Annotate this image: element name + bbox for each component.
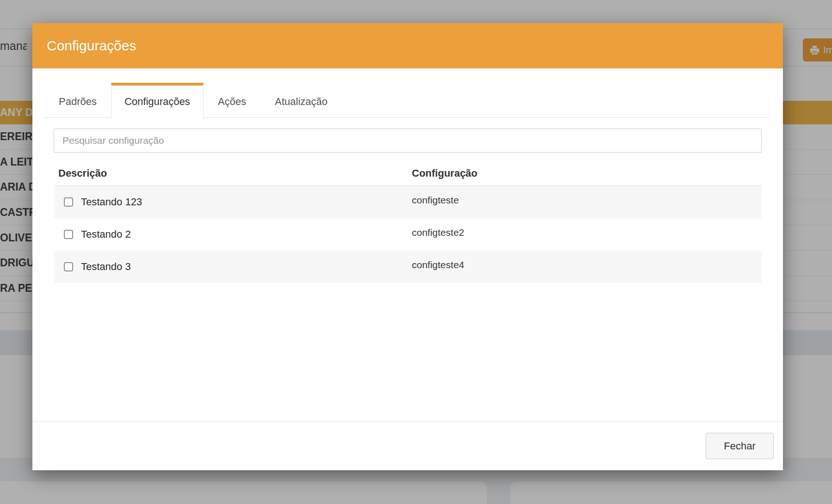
search-input[interactable]: [54, 129, 762, 153]
row-description: Testando 2: [81, 228, 131, 240]
tab-padroes[interactable]: Padrões: [44, 83, 111, 117]
table-row[interactable]: Testando 2 configteste2: [54, 218, 762, 251]
description-cell: Testando 2: [54, 228, 412, 240]
row-config-value: configteste: [412, 195, 762, 206]
row-description: Testando 3: [81, 261, 131, 273]
description-cell: Testando 123: [54, 196, 412, 208]
table-row[interactable]: Testando 3 configteste4: [54, 251, 762, 283]
modal-footer: Fechar: [32, 421, 783, 470]
config-table: Descrição Configuração Testando 123 conf…: [54, 161, 762, 283]
row-checkbox[interactable]: [64, 262, 73, 271]
config-table-header: Descrição Configuração: [54, 161, 762, 186]
tab-configuracoes[interactable]: Configurações: [111, 83, 204, 118]
description-cell: Testando 3: [54, 261, 412, 273]
close-button[interactable]: Fechar: [706, 433, 774, 459]
column-header-configuracao: Configuração: [412, 167, 762, 179]
search-wrapper: [54, 129, 762, 153]
row-config-value: configteste4: [412, 259, 762, 270]
tab-acoes[interactable]: Ações: [204, 83, 261, 117]
row-description: Testando 123: [81, 196, 142, 208]
row-config-value: configteste2: [412, 227, 762, 238]
modal-tab-bar: Padrões Configurações Ações Atualização: [44, 83, 769, 118]
column-header-descricao: Descrição: [54, 167, 412, 179]
tab-atualizacao[interactable]: Atualização: [261, 83, 342, 117]
settings-modal: Configurações Padrões Configurações Açõe…: [32, 23, 783, 470]
table-row[interactable]: Testando 123 configteste: [54, 186, 762, 218]
row-checkbox[interactable]: [64, 197, 73, 207]
modal-header: Configurações: [32, 23, 783, 68]
row-checkbox[interactable]: [64, 230, 73, 239]
modal-title: Configurações: [32, 38, 136, 54]
